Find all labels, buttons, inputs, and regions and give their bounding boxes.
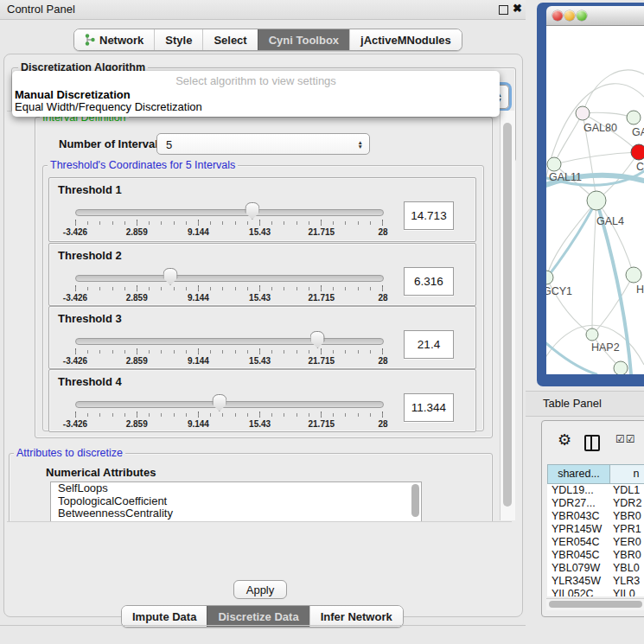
dropdown-option-equal-width-frequency[interactable]: Equal Width/Frequency Discretization bbox=[15, 100, 202, 113]
table-row[interactable]: YDL19...YDL1 bbox=[547, 484, 644, 497]
panel-bottom-divider bbox=[0, 625, 526, 626]
table-row[interactable]: YDR27...YDR2 bbox=[547, 497, 644, 510]
table-row[interactable]: YBR045CYBR0 bbox=[547, 549, 644, 562]
network-node-label: HAP2 bbox=[591, 341, 620, 354]
slider-minor-ticks bbox=[75, 287, 383, 290]
network-node[interactable] bbox=[626, 267, 641, 283]
checkbox-icons[interactable]: ☑☑ bbox=[615, 433, 636, 445]
slider-tick-label: -3.426 bbox=[63, 356, 87, 366]
combo-stepper-icon: ▲▼ bbox=[358, 139, 363, 149]
gear-icon[interactable]: ⚙ bbox=[558, 430, 571, 450]
threshold-value-field[interactable]: 21.4 bbox=[404, 330, 454, 359]
column-header-shared[interactable]: shared... bbox=[547, 464, 610, 484]
slider-tick-label: 15.43 bbox=[249, 419, 271, 429]
dropdown-option-manual-discretization[interactable]: Manual Discretization bbox=[15, 88, 131, 101]
tab-style[interactable]: Style bbox=[154, 29, 202, 50]
network-icon bbox=[85, 34, 95, 46]
slider-thumb[interactable] bbox=[163, 268, 178, 285]
network-canvas[interactable]: GAL80GACGAL11GAL4GCY1HHAP2 bbox=[546, 26, 644, 374]
tab-label: Cyni Toolbox bbox=[269, 34, 339, 47]
threshold-value-field[interactable]: 14.713 bbox=[404, 201, 454, 230]
table-hscrollbar[interactable] bbox=[546, 598, 644, 610]
algorithm-dropdown-popup: Select algorithm to view settings Manual… bbox=[12, 71, 500, 117]
tab-network[interactable]: Network bbox=[74, 29, 154, 50]
slider-tick-label: 28 bbox=[378, 356, 387, 366]
table-cell[interactable]: YDL1 bbox=[613, 484, 640, 497]
threshold-panel-1: Threshold 1 -3.4262.8599.14415.4321.7152… bbox=[48, 177, 476, 242]
number-of-intervals-combobox[interactable]: 5 ▲▼ bbox=[156, 133, 370, 155]
table-cell[interactable]: YIL052C bbox=[552, 588, 594, 596]
table-cell[interactable]: YBR045C bbox=[552, 549, 600, 562]
control-panel-titlebar: Control Panel ✖ bbox=[0, 0, 526, 20]
table-cell[interactable]: YBR043C bbox=[552, 510, 600, 523]
slider-thumb[interactable] bbox=[245, 202, 259, 220]
column-header-name[interactable]: n bbox=[609, 464, 644, 484]
slider-tick-labels: -3.4262.8599.14415.4321.71528 bbox=[75, 227, 383, 238]
tab-select[interactable]: Select bbox=[202, 29, 257, 50]
list-item[interactable]: BetweennessCentrality bbox=[51, 507, 421, 520]
slider-tick-label: 21.715 bbox=[309, 356, 335, 366]
table-cell[interactable]: YBR0 bbox=[613, 549, 641, 562]
settings-scrollbar[interactable] bbox=[500, 111, 515, 520]
close-traffic-light[interactable] bbox=[552, 10, 563, 21]
table-cell[interactable]: YLR3 bbox=[613, 575, 640, 588]
table-cell[interactable]: YDL19... bbox=[552, 484, 594, 497]
slider-minor-ticks bbox=[75, 350, 383, 354]
table-row[interactable]: YBR043CYBR0 bbox=[547, 510, 644, 523]
tab-discretize-data[interactable]: Discretize Data bbox=[207, 606, 309, 627]
network-node[interactable] bbox=[614, 361, 628, 374]
network-node[interactable] bbox=[627, 111, 641, 124]
table-rows: YDL19...YDL1YDR27...YDR2YBR043CYBR0YPR14… bbox=[547, 484, 644, 596]
tab-infer-network[interactable]: Infer Network bbox=[309, 606, 403, 627]
zoom-traffic-light[interactable] bbox=[577, 10, 587, 21]
minimize-traffic-light[interactable] bbox=[564, 10, 575, 21]
scrollbar-thumb[interactable] bbox=[503, 123, 512, 507]
table-cell[interactable]: YER0 bbox=[613, 536, 641, 549]
table-cell[interactable]: YDR2 bbox=[613, 497, 641, 510]
slider-tick-label: -3.426 bbox=[63, 227, 87, 237]
table-cell[interactable]: YLR345W bbox=[552, 575, 601, 588]
table-row[interactable]: YBL079WYBL0 bbox=[547, 562, 644, 575]
list-item[interactable]: SelfLoops bbox=[51, 482, 421, 495]
table-panel-title: Table Panel bbox=[543, 397, 602, 410]
slider-tick-label: 9.144 bbox=[188, 356, 209, 366]
network-node[interactable] bbox=[587, 191, 606, 210]
table-row[interactable]: YLR345WYLR3 bbox=[547, 575, 644, 588]
network-window-titlebar[interactable] bbox=[546, 6, 644, 26]
table-cell[interactable]: YER054C bbox=[552, 536, 600, 549]
table-cell[interactable]: YBL079W bbox=[552, 562, 600, 575]
tab-impute-data[interactable]: Impute Data bbox=[122, 606, 207, 627]
table-row[interactable]: YPR145WYPR1 bbox=[547, 523, 644, 536]
column-layout-icon[interactable] bbox=[584, 435, 600, 451]
float-icon[interactable] bbox=[499, 5, 508, 15]
network-node[interactable] bbox=[631, 144, 644, 160]
scrollbar-thumb[interactable] bbox=[549, 601, 642, 608]
network-node[interactable] bbox=[576, 106, 590, 120]
table-cell[interactable]: YIL0 bbox=[613, 588, 635, 596]
network-node[interactable] bbox=[586, 328, 598, 341]
slider-thumb[interactable] bbox=[212, 394, 226, 411]
table-cell[interactable]: YPR145W bbox=[552, 523, 602, 536]
table-row[interactable]: YER054CYER0 bbox=[547, 536, 644, 549]
slider-tick-label: 28 bbox=[378, 419, 387, 429]
network-node[interactable] bbox=[547, 157, 561, 171]
list-item[interactable]: TopologicalCoefficient bbox=[51, 495, 421, 508]
close-icon[interactable]: ✖ bbox=[513, 2, 522, 15]
dropdown-placeholder: Select algorithm to view settings bbox=[12, 74, 500, 87]
network-view-window[interactable]: GAL80GACGAL11GAL4GCY1HHAP2 bbox=[537, 3, 644, 386]
table-row[interactable]: YIL052CYIL0 bbox=[547, 588, 644, 596]
threshold-value-field[interactable]: 6.316 bbox=[404, 267, 454, 296]
slider-thumb[interactable] bbox=[310, 331, 325, 348]
slider-minor-ticks bbox=[75, 413, 383, 417]
tab-cyni-toolbox[interactable]: Cyni Toolbox bbox=[258, 29, 349, 50]
table-cell[interactable]: YBR0 bbox=[613, 510, 641, 523]
table-cell[interactable]: YPR1 bbox=[613, 523, 641, 536]
slider-tick-label: 21.715 bbox=[309, 293, 335, 303]
tab-jactivemnodules[interactable]: jActiveMNodules bbox=[349, 29, 462, 50]
table-cell[interactable]: YBL0 bbox=[613, 562, 640, 575]
table-cell[interactable]: YDR27... bbox=[552, 497, 596, 510]
apply-button[interactable]: Apply bbox=[233, 580, 287, 599]
numerical-attributes-list[interactable]: SelfLoops TopologicalCoefficient Between… bbox=[50, 481, 422, 522]
threshold-value-field[interactable]: 11.344 bbox=[404, 393, 454, 422]
list-scrollbar[interactable] bbox=[411, 484, 419, 517]
